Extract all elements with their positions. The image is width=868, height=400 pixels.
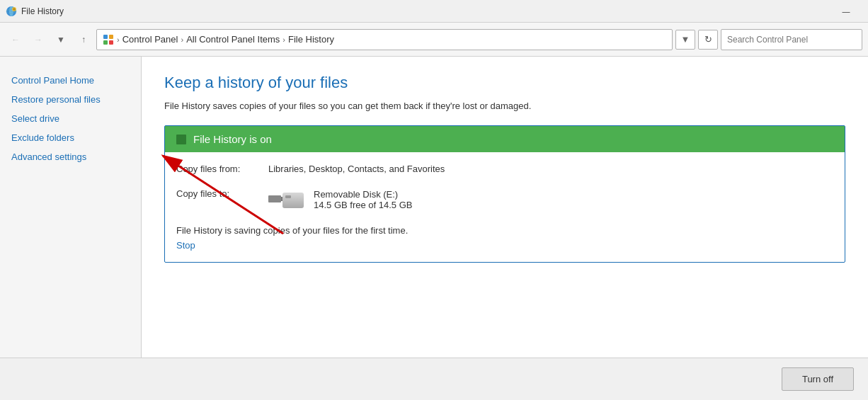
svg-rect-4 — [103, 35, 108, 39]
drive-size: 14.5 GB free of 14.5 GB — [314, 200, 412, 210]
status-indicator — [176, 135, 186, 144]
page-description: File History saves copies of your files … — [164, 101, 845, 111]
main-content: Control Panel Home Restore personal file… — [0, 57, 868, 400]
svg-rect-10 — [282, 193, 304, 208]
forward-button[interactable]: → — [28, 30, 48, 50]
page-title: Keep a history of your files — [164, 74, 845, 92]
bottom-bar: Turn off — [0, 358, 868, 400]
up-button[interactable]: ↑ — [74, 30, 93, 50]
svg-rect-7 — [109, 40, 113, 45]
turn-off-button[interactable]: Turn off — [782, 367, 854, 391]
status-header: File History is on — [165, 126, 845, 152]
sidebar-item-select-drive[interactable]: Select drive — [0, 109, 141, 128]
control-panel-icon — [103, 34, 114, 45]
search-input[interactable] — [721, 29, 862, 50]
status-text: File History is on — [193, 133, 272, 145]
copy-from-label: Copy files from: — [176, 164, 268, 174]
status-body: Copy files from: Libraries, Desktop, Con… — [165, 152, 845, 262]
svg-rect-5 — [109, 35, 113, 39]
sidebar: Control Panel Home Restore personal file… — [0, 57, 142, 400]
path-segment-2: All Control Panel Items — [186, 34, 280, 45]
title-bar: File History — — [0, 0, 868, 23]
sidebar-item-exclude-folders[interactable]: Exclude folders — [0, 128, 141, 147]
drive-info: Removable Disk (E:) 14.5 GB free of 14.5… — [268, 188, 412, 211]
sidebar-item-restore-personal-files[interactable]: Restore personal files — [0, 90, 141, 109]
saving-text: File History is saving copies of your fi… — [176, 225, 833, 236]
svg-rect-6 — [103, 40, 108, 45]
app-icon — [6, 6, 17, 17]
window-controls: — — [830, 0, 862, 23]
refresh-button[interactable]: ↻ — [698, 30, 718, 50]
svg-rect-8 — [268, 195, 281, 202]
content-area: Keep a history of your files File Histor… — [142, 57, 868, 400]
window-title: File History — [21, 6, 64, 16]
sidebar-item-advanced-settings[interactable]: Advanced settings — [0, 147, 141, 166]
path-sep-3: › — [282, 35, 285, 44]
removable-disk-svg — [268, 188, 305, 214]
drive-details: Removable Disk (E:) 14.5 GB free of 14.5… — [314, 189, 412, 210]
address-bar: ← → ▼ ↑ › Control Panel › All Control Pa… — [0, 23, 868, 57]
svg-rect-11 — [285, 195, 291, 198]
path-sep-1: › — [117, 35, 120, 44]
recent-locations-button[interactable]: ▼ — [51, 30, 71, 50]
stop-link[interactable]: Stop — [176, 240, 195, 251]
path-dropdown-button[interactable]: ▼ — [675, 30, 695, 50]
path-segment-3: File History — [288, 34, 334, 45]
path-segment-1: Control Panel — [122, 34, 178, 45]
path-sep-2: › — [181, 35, 183, 44]
copy-to-row: Copy files to: — [176, 188, 833, 211]
copy-to-label: Copy files to: — [176, 188, 268, 199]
drive-icon — [268, 188, 302, 211]
minimize-button[interactable]: — — [830, 0, 862, 23]
drive-name: Removable Disk (E:) — [314, 189, 412, 200]
copy-from-row: Copy files from: Libraries, Desktop, Con… — [176, 164, 833, 174]
sidebar-item-control-panel-home[interactable]: Control Panel Home — [0, 71, 141, 90]
back-button[interactable]: ← — [6, 30, 25, 50]
status-box: File History is on Copy files from: Libr… — [164, 125, 845, 263]
copy-from-value: Libraries, Desktop, Contacts, and Favori… — [268, 164, 445, 174]
address-path[interactable]: › Control Panel › All Control Panel Item… — [96, 29, 673, 50]
